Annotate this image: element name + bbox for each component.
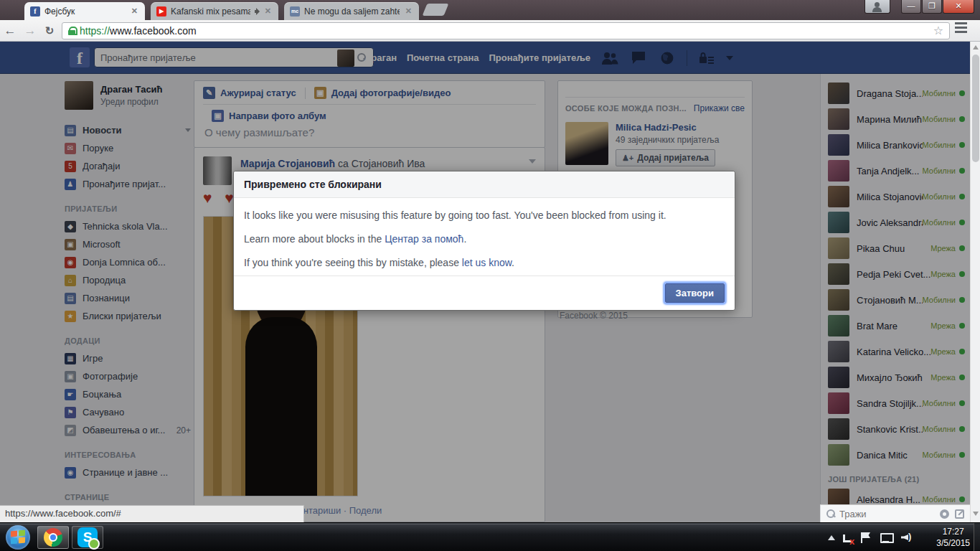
youtube-favicon-icon: ▶: [156, 6, 166, 17]
browser-tab[interactable]: fФејсбук✕: [24, 2, 145, 20]
https-padlock-icon: [68, 27, 75, 35]
chat-search-dock: [820, 504, 970, 522]
browser-tab[interactable]: ▶Kafanski mix pesama 4✕: [151, 2, 278, 20]
chat-search-input[interactable]: [839, 509, 934, 519]
address-bar[interactable]: https://www.facebook.com ☆: [62, 22, 950, 39]
chat-new-message-icon[interactable]: [955, 509, 964, 519]
action-center-flag-icon[interactable]: [859, 532, 872, 543]
dialog-title: Привремено сте блокирани: [234, 171, 735, 198]
taskbar-skype-button[interactable]: S: [72, 526, 103, 549]
close-window-button[interactable]: ✕: [943, 0, 974, 14]
scroll-up-arrow[interactable]: [973, 45, 979, 50]
start-button[interactable]: [6, 525, 30, 550]
taskbar-chrome-button[interactable]: [37, 526, 69, 549]
network-icon[interactable]: [880, 532, 893, 543]
back-button[interactable]: ←: [0, 24, 20, 38]
tab-title: Ne mogu da saljem zahte: [304, 6, 400, 17]
browser-profile-button[interactable]: [864, 0, 890, 14]
let-us-know-link[interactable]: let us know: [462, 257, 512, 268]
tab-title: Фејсбук: [44, 6, 126, 17]
url-text[interactable]: https://www.facebook.com: [80, 25, 933, 37]
hamburger-icon: [955, 22, 967, 24]
help-center-link[interactable]: Центар за помоћ: [385, 233, 463, 245]
tab-close-icon[interactable]: ✕: [130, 6, 139, 16]
tab-close-icon[interactable]: ✕: [404, 6, 413, 16]
scrollbar-thumb[interactable]: [972, 55, 979, 162]
power-plug-icon[interactable]: x: [843, 534, 852, 542]
tab-audio-icon: [255, 8, 262, 15]
link-status-tooltip: https://www.facebook.com/#: [0, 505, 304, 522]
new-tab-button[interactable]: [423, 4, 449, 16]
tab-close-icon[interactable]: ✕: [263, 6, 273, 16]
dialog-line2: Learn more about blocks in the Центар за…: [244, 233, 725, 245]
dialog-line3: If you think you're seeing this by mista…: [244, 257, 725, 268]
forward-button[interactable]: →: [20, 24, 40, 38]
facebook-page: f Драган Почетна страна Пронађите пријат…: [0, 42, 970, 522]
dialog-close-button[interactable]: Затвори: [665, 283, 725, 303]
reload-button[interactable]: ↻: [40, 24, 59, 37]
chrome-icon: [44, 528, 62, 547]
windows-taskbar: S x 17:27 3/5/2015: [0, 522, 980, 551]
chat-search-icon: [826, 509, 835, 518]
bookmark-star-icon[interactable]: ☆: [933, 24, 943, 37]
dialog-line1: It looks like you were misusing this fea…: [244, 209, 725, 221]
scroll-down-arrow[interactable]: [973, 512, 979, 516]
tab-title: Kafanski mix pesama 4: [171, 6, 250, 17]
taskbar-clock[interactable]: 17:27 3/5/2015: [936, 526, 970, 549]
tray-show-hidden-icons[interactable]: [828, 532, 835, 540]
blocked-dialog: Привремено сте блокирани It looks like y…: [233, 171, 735, 311]
browser-tab-strip: fФејсбук✕▶Kafanski mix pesama 4✕mcNe mog…: [0, 0, 980, 20]
chat-settings-gear-icon[interactable]: [940, 509, 949, 519]
maximize-button[interactable]: ❐: [922, 0, 942, 14]
volume-icon[interactable]: [901, 532, 915, 543]
show-desktop-button[interactable]: [974, 523, 980, 551]
browser-toolbar: ← → ↻ https://www.facebook.com ☆: [0, 20, 980, 42]
mc-favicon-icon: mc: [290, 6, 300, 17]
facebook-favicon-icon: f: [30, 6, 40, 17]
page-scrollbar[interactable]: [970, 42, 980, 522]
minimize-button[interactable]: —: [901, 0, 921, 14]
desktop-screen: fФејсбук✕▶Kafanski mix pesama 4✕mcNe mog…: [0, 0, 980, 551]
skype-icon: S: [77, 527, 98, 547]
browser-tab[interactable]: mcNe mogu da saljem zahte✕: [284, 2, 419, 20]
browser-viewport: f Драган Почетна страна Пронађите пријат…: [0, 42, 980, 522]
